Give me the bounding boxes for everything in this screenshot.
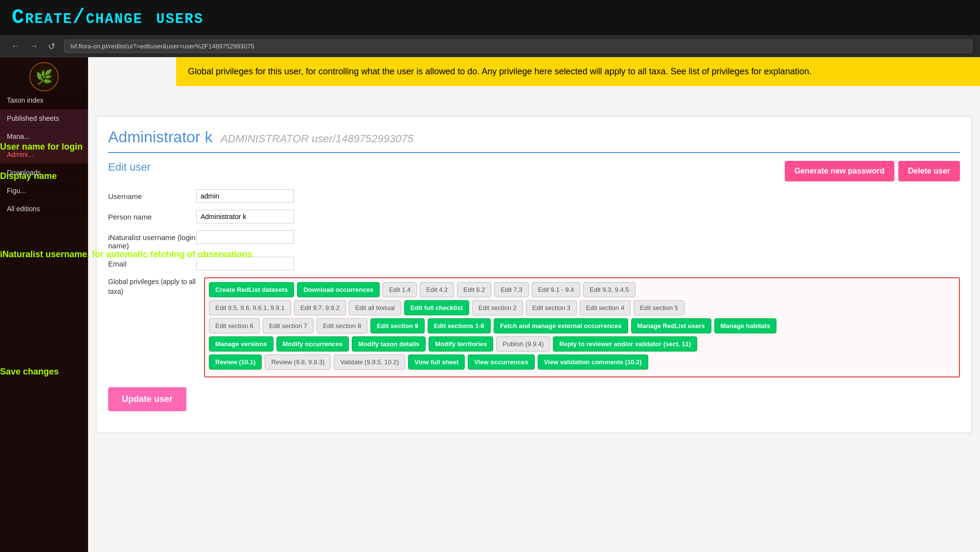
content-area: Global privileges for this user, for con… xyxy=(88,57,980,552)
priv-btn-edit-section-7[interactable]: Edit section 7 xyxy=(263,318,314,333)
privileges-row-1: Edit 9.5, 9.6, 9.6.1, 9.9.1Edit 9.7, 9.9… xyxy=(209,300,955,315)
person-name-input[interactable] xyxy=(196,210,294,223)
priv-btn-modify-taxon-details[interactable]: Modify taxon details xyxy=(352,336,426,352)
username-input[interactable] xyxy=(196,189,294,203)
priv-btn-view-full-sheet[interactable]: View full sheet xyxy=(408,354,465,370)
sidebar-item-published-sheets[interactable]: Published sheets xyxy=(0,110,88,128)
email-label: Email xyxy=(108,257,196,268)
priv-btn-edit-42[interactable]: Edit 4.2 xyxy=(420,282,454,297)
priv-btn-edit-91---94[interactable]: Edit 9.1 - 9.4 xyxy=(532,282,581,297)
priv-btn-edit-section-8[interactable]: Edit section 8 xyxy=(317,318,367,333)
forward-button[interactable]: → xyxy=(26,40,41,52)
user-name: Administrator k xyxy=(108,128,212,146)
priv-btn-edit-62[interactable]: Edit 6.2 xyxy=(457,282,491,297)
user-card: Administrator k ADMINISTRATOR user/14897… xyxy=(96,116,972,433)
priv-btn-edit-73[interactable]: Edit 7.3 xyxy=(494,282,528,297)
person-name-label: Person name xyxy=(108,210,196,221)
priv-btn-manage-habitats[interactable]: Manage habitats xyxy=(714,318,777,333)
priv-btn-view-validation-comments-102[interactable]: View validation comments (10.2) xyxy=(538,354,648,370)
update-user-button[interactable]: Update user xyxy=(108,387,186,411)
title-bar: Create/change users xyxy=(0,0,980,36)
update-section: Update user xyxy=(108,387,960,421)
priv-btn-modify-occurrences[interactable]: Modify occurrences xyxy=(276,336,349,352)
inaturalist-label: iNaturalist username (login name) xyxy=(108,230,196,250)
sidebar-item-taxon-index[interactable]: Taxon index xyxy=(0,91,88,110)
username-label: Username xyxy=(108,189,196,200)
privileges-section: Global privileges (apply to all taxa) Cr… xyxy=(108,277,960,377)
priv-btn-create-redlist-datasets[interactable]: Create RedList datasets xyxy=(209,282,294,297)
sidebar-logo: 🌿 xyxy=(29,62,59,91)
priv-btn-reply-to-reviewer-andor-validator-sect-11[interactable]: Reply to reviewer and/or validator (sect… xyxy=(553,336,697,352)
privileges-row-0: Create RedList datasetsDownload occurren… xyxy=(209,282,955,297)
sidebar-item-downloads[interactable]: Downloads xyxy=(0,164,88,182)
priv-btn-download-occurrences[interactable]: Download occurrences xyxy=(297,282,380,297)
main-layout: 🌿 Taxon index Published sheets Mana... A… xyxy=(0,57,980,552)
priv-btn-review-98-993[interactable]: Review (9.8, 9.9.3) xyxy=(265,354,331,370)
sidebar-item-figures[interactable]: Figu... xyxy=(0,182,88,200)
priv-btn-publish-994[interactable]: Publish (9.9.4) xyxy=(496,336,550,352)
page-title: Create/change users xyxy=(12,6,968,29)
tooltip-overlay: Global privileges for this user, for con… xyxy=(176,57,980,86)
privileges-row-4: Review (10.1)Review (9.8, 9.9.3)Validate… xyxy=(209,354,955,370)
back-button[interactable]: ← xyxy=(8,40,23,52)
email-input[interactable] xyxy=(196,257,294,270)
person-name-row: Person name xyxy=(108,210,960,223)
inaturalist-row: iNaturalist username (login name) xyxy=(108,230,960,250)
browser-bar: ← → ↺ lvf.flora-on.pt/redlist/ui?=editus… xyxy=(0,36,980,57)
priv-btn-manage-versions[interactable]: Manage versions xyxy=(209,336,273,352)
priv-btn-edit-section-4[interactable]: Edit section 4 xyxy=(580,300,631,315)
priv-btn-view-occurrences[interactable]: View occurrences xyxy=(468,354,534,370)
priv-btn-edit-section-5[interactable]: Edit section 5 xyxy=(634,300,684,315)
priv-btn-edit-full-checklist[interactable]: Edit full checklist xyxy=(404,300,469,315)
privileges-label: Global privileges (apply to all taxa) xyxy=(108,277,196,377)
sidebar: 🌿 Taxon index Published sheets Mana... A… xyxy=(0,57,88,552)
delete-user-button[interactable]: Delete user xyxy=(898,161,960,181)
priv-btn-edit-section-6[interactable]: Edit section 6 xyxy=(209,318,260,333)
priv-btn-edit-section-9[interactable]: Edit section 9 xyxy=(370,318,425,333)
priv-btn-edit-95-96-961-991[interactable]: Edit 9.5, 9.6, 9.6.1, 9.9.1 xyxy=(209,300,291,315)
reload-button[interactable]: ↺ xyxy=(45,40,58,53)
sidebar-item-admin[interactable]: Admini... xyxy=(0,146,88,164)
priv-btn-edit-sections-1-8[interactable]: Edit sections 1-8 xyxy=(428,318,491,333)
priv-btn-edit-all-textual[interactable]: Edit all textual xyxy=(349,300,401,315)
priv-btn-edit-section-2[interactable]: Edit section 2 xyxy=(472,300,523,315)
user-header: Administrator k ADMINISTRATOR user/14897… xyxy=(108,128,960,153)
privileges-row-3: Manage versionsModify occurrencesModify … xyxy=(209,336,955,352)
priv-btn-modify-territories[interactable]: Modify territories xyxy=(429,336,493,352)
url-bar[interactable]: lvf.flora-on.pt/redlist/ui?=edituser&use… xyxy=(64,40,972,53)
privileges-grid: Create RedList datasetsDownload occurren… xyxy=(204,277,960,377)
inaturalist-input[interactable] xyxy=(196,230,294,244)
sidebar-item-manage[interactable]: Mana... xyxy=(0,128,88,146)
browser-nav: ← → ↺ xyxy=(8,40,58,53)
form-actions: Generate new password Delete user xyxy=(785,161,960,181)
priv-btn-edit-93-945[interactable]: Edit 9.3, 9.4.5 xyxy=(583,282,635,297)
user-id: ADMINISTRATOR user/1489752993075 xyxy=(221,132,413,145)
priv-btn-manage-redlist-users[interactable]: Manage RedList users xyxy=(631,318,711,333)
priv-btn-review-101[interactable]: Review (10.1) xyxy=(209,354,262,370)
email-row: Email xyxy=(108,257,960,270)
privileges-row-2: Edit section 6Edit section 7Edit section… xyxy=(209,318,955,333)
priv-btn-edit-14[interactable]: Edit 1.4 xyxy=(383,282,417,297)
sidebar-item-all-editions[interactable]: All editions xyxy=(0,200,88,218)
username-row: Username xyxy=(108,189,960,203)
priv-btn-fetch-and-manage-external-occurrences[interactable]: Fetch and manage external occurrences xyxy=(494,318,628,333)
logo-icon: 🌿 xyxy=(36,69,53,85)
priv-btn-edit-97-992[interactable]: Edit 9.7, 9.9.2 xyxy=(294,300,346,315)
generate-password-button[interactable]: Generate new password xyxy=(785,161,894,181)
priv-btn-edit-section-3[interactable]: Edit section 3 xyxy=(526,300,577,315)
priv-btn-validate-995-102[interactable]: Validate (9.9.5, 10.2) xyxy=(334,354,405,370)
edit-section: Generate new password Delete user Edit u… xyxy=(108,161,960,189)
